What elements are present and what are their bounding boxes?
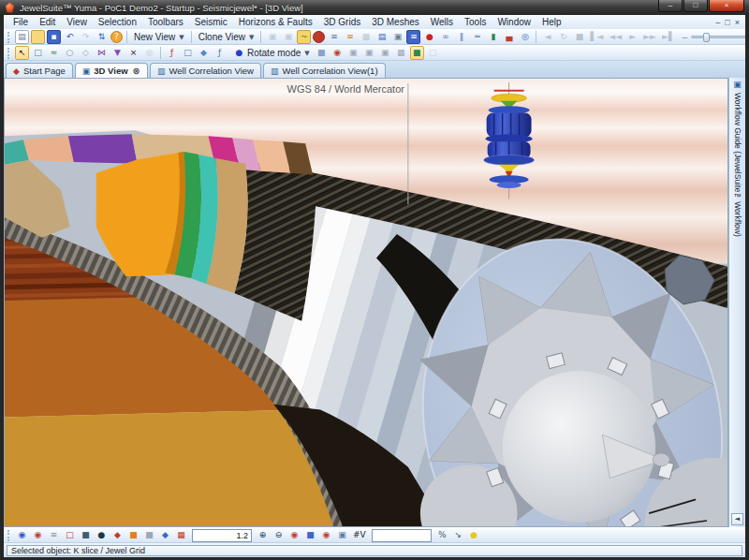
jewel-icon[interactable] bbox=[313, 31, 325, 43]
clip-box-icon[interactable]: □ bbox=[63, 528, 77, 542]
grid-icon[interactable]: ▦ bbox=[394, 46, 408, 60]
mdi-restore-button[interactable]: □ bbox=[725, 18, 729, 27]
zoom-in-icon[interactable]: ⊕ bbox=[256, 528, 270, 542]
light-icon[interactable]: ● bbox=[467, 528, 481, 542]
zoom-factor-input[interactable]: 1.2 bbox=[192, 529, 252, 542]
menu-item[interactable]: Toolbars bbox=[142, 17, 189, 27]
save-all-icon[interactable]: ≡ bbox=[406, 30, 420, 44]
title-bar[interactable]: JewelSuite™ Yuma - PoC1 Demo2 - Startup … bbox=[0, 0, 749, 15]
measure-icon[interactable]: ↘ bbox=[451, 528, 465, 542]
split-horizontal-icon[interactable]: ‖ bbox=[454, 30, 468, 44]
3d-viewport[interactable]: WGS 84 / World Mercator bbox=[4, 78, 728, 527]
bar-chart-icon[interactable]: ▮ bbox=[486, 30, 500, 44]
bounding-box-icon[interactable]: ■ bbox=[79, 528, 93, 542]
playback-previous-icon[interactable]: ◄◄ bbox=[607, 30, 624, 44]
redo-icon[interactable]: ↷ bbox=[79, 30, 93, 44]
3d-scene[interactable]: WGS 84 / World Mercator bbox=[5, 79, 727, 526]
key-icon[interactable]: ~ bbox=[297, 30, 311, 44]
close-button[interactable]: × bbox=[709, 0, 744, 12]
record-icon[interactable]: ● bbox=[422, 30, 436, 44]
grid-red-icon[interactable]: ▦ bbox=[174, 528, 188, 542]
percent-icon[interactable]: % bbox=[435, 528, 449, 542]
menu-item[interactable]: Help bbox=[536, 17, 567, 27]
menu-item[interactable]: Edit bbox=[34, 17, 61, 27]
cube-icon[interactable]: ■ bbox=[359, 30, 373, 44]
lasso-icon[interactable]: ○ bbox=[63, 46, 77, 60]
move-icon[interactable]: × bbox=[126, 46, 140, 60]
frame-icon[interactable]: □ bbox=[181, 46, 195, 60]
panel-expand-icon[interactable]: ◄ bbox=[731, 513, 743, 525]
menu-item[interactable]: File bbox=[7, 17, 34, 27]
tab-close-icon[interactable] bbox=[133, 66, 140, 76]
orbit-icon[interactable]: ● bbox=[95, 528, 109, 542]
camera-icon[interactable]: ▣ bbox=[346, 46, 360, 60]
task-list-icon[interactable]: ≡ bbox=[343, 30, 357, 44]
tab-start-page[interactable]: Start Page bbox=[6, 63, 73, 78]
window-cascade-icon[interactable]: ▣ bbox=[281, 30, 295, 44]
snapshot-icon[interactable]: ▣ bbox=[362, 46, 376, 60]
select-arrow-icon[interactable]: ↖ bbox=[15, 46, 29, 60]
new-document-icon[interactable]: ▤ bbox=[15, 30, 29, 44]
save-icon[interactable]: ▪ bbox=[47, 30, 61, 44]
split-vertical-icon[interactable]: ═ bbox=[470, 30, 484, 44]
mesh-box-icon[interactable]: ■ bbox=[142, 528, 156, 542]
mdi-close-button[interactable]: × bbox=[735, 18, 740, 27]
vertical-exaggeration-icon[interactable]: #V bbox=[351, 528, 368, 542]
sync-icon[interactable]: ⇅ bbox=[95, 30, 109, 44]
playback-stop-icon[interactable]: ■ bbox=[572, 30, 586, 44]
seismic-wiggle-icon[interactable]: ≈ bbox=[47, 46, 61, 60]
display-list-icon[interactable]: ≡ bbox=[47, 528, 61, 542]
maximize-button[interactable]: □ bbox=[683, 0, 708, 12]
north-arrow-icon[interactable]: ◆ bbox=[158, 528, 172, 542]
zoom-data-icon[interactable]: ◉ bbox=[330, 46, 345, 60]
slider-track[interactable] bbox=[691, 36, 745, 38]
menu-item[interactable]: Wells bbox=[425, 17, 459, 27]
document-blue-icon[interactable]: ▤ bbox=[374, 30, 389, 44]
slider-minus-icon[interactable]: − bbox=[682, 33, 689, 42]
clone-view-button[interactable]: Clone View▼ bbox=[195, 30, 258, 44]
globe-gray-icon[interactable]: ◎ bbox=[142, 46, 156, 60]
menu-item[interactable]: Tools bbox=[459, 17, 492, 27]
playback-next-icon[interactable]: ►► bbox=[641, 30, 658, 44]
zoom-extents-icon[interactable]: ◉ bbox=[287, 528, 301, 542]
menu-item[interactable]: 3D Grids bbox=[318, 17, 366, 27]
menu-item[interactable]: Selection bbox=[93, 17, 142, 27]
copy-icon[interactable]: ▣ bbox=[390, 30, 404, 44]
tab-3d-view[interactable]: 3D View bbox=[75, 63, 148, 78]
zoom-window-icon[interactable]: ◉ bbox=[15, 528, 29, 542]
zoom-out-icon[interactable]: ⊖ bbox=[272, 528, 286, 542]
link-icon[interactable]: ∞ bbox=[438, 30, 452, 44]
settings-icon[interactable]: □ bbox=[426, 46, 440, 60]
menu-item[interactable]: Window bbox=[492, 17, 536, 27]
probe-icon[interactable]: ƒ bbox=[165, 46, 179, 60]
tab-well-correlation-view[interactable]: Well Correlation View bbox=[150, 63, 261, 78]
playback-last-icon[interactable]: ►▌ bbox=[660, 30, 677, 44]
toolbar-grip[interactable] bbox=[7, 530, 10, 541]
lighting-icon[interactable]: ■ bbox=[410, 46, 424, 60]
menu-item[interactable]: Horizons & Faults bbox=[233, 17, 318, 27]
zoom-cube-icon[interactable]: ◉ bbox=[319, 528, 333, 542]
cube-view-icon[interactable]: ■ bbox=[315, 46, 329, 60]
open-folder-icon[interactable] bbox=[31, 30, 45, 44]
playback-play-icon[interactable]: ► bbox=[625, 30, 639, 44]
new-view-button[interactable]: New View▼ bbox=[130, 30, 188, 44]
toolbar-grip[interactable] bbox=[7, 48, 10, 59]
playback-speed-slider[interactable]: − + bbox=[682, 33, 745, 42]
slice-plane-icon[interactable]: ◆ bbox=[197, 46, 211, 60]
workflow-guide-panel-tab[interactable]: ▣ Workflow Guide (JewelSuite™Workflow) ◄ bbox=[728, 78, 745, 527]
background-icon[interactable]: ▣ bbox=[335, 528, 349, 542]
window-new-icon[interactable]: ▣ bbox=[265, 30, 279, 44]
function-icon[interactable]: ƒ bbox=[213, 46, 227, 60]
tab-well-correlation-view-1[interactable]: Well Correlation View(1) bbox=[263, 63, 386, 78]
undo-icon[interactable]: ↶ bbox=[63, 30, 77, 44]
slider-thumb[interactable] bbox=[703, 33, 710, 42]
minimize-button[interactable]: – bbox=[658, 0, 683, 12]
mdi-minimize-button[interactable]: – bbox=[715, 18, 720, 27]
axes-icon[interactable]: ◆ bbox=[110, 528, 125, 542]
histogram-icon[interactable]: ▄ bbox=[502, 30, 516, 44]
rotate-mode-button[interactable]: ● Rotate mode ▼ bbox=[228, 46, 314, 60]
playback-rewind-icon[interactable]: ◄ bbox=[540, 30, 554, 44]
vertical-exaggeration-input[interactable] bbox=[372, 529, 432, 542]
toolbar-grip[interactable] bbox=[7, 32, 10, 43]
layers-icon[interactable]: ▣ bbox=[378, 46, 392, 60]
